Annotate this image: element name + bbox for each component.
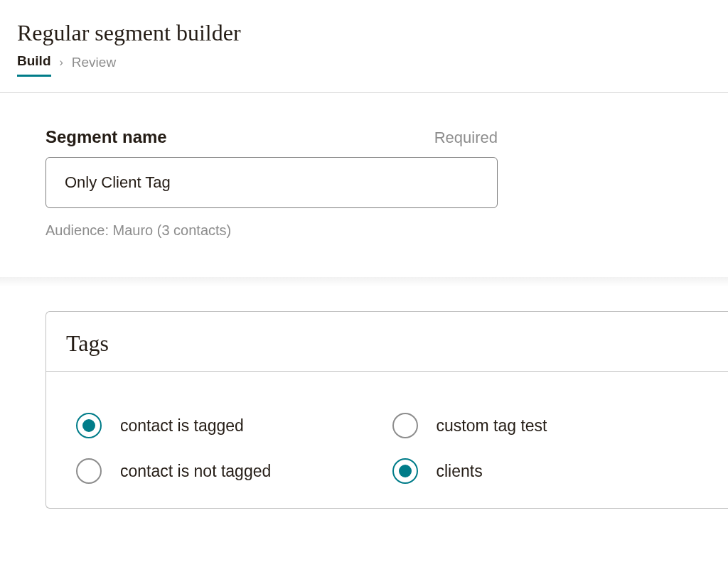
- tags-header: Tags: [46, 312, 728, 372]
- label-row: Segment name Required: [46, 127, 498, 147]
- radio-label: contact is not tagged: [120, 462, 271, 481]
- radio-label: clients: [437, 462, 483, 481]
- radio-label: custom tag test: [437, 416, 547, 436]
- audience-info: Audience: Mauro (3 contacts): [46, 222, 682, 239]
- tags-title: Tags: [66, 330, 708, 357]
- breadcrumb: Build › Review: [17, 53, 711, 77]
- page-title: Regular segment builder: [17, 20, 711, 46]
- segment-name-input[interactable]: [46, 157, 498, 208]
- radio-custom-tag-test[interactable]: custom tag test: [392, 413, 709, 438]
- breadcrumb-build[interactable]: Build: [17, 53, 51, 77]
- radio-icon: [392, 458, 418, 484]
- required-label: Required: [434, 129, 498, 147]
- breadcrumb-review[interactable]: Review: [72, 55, 116, 76]
- segment-name-label: Segment name: [46, 127, 167, 147]
- radio-contact-tagged[interactable]: contact is tagged: [76, 413, 392, 438]
- radio-icon: [76, 413, 102, 438]
- segment-name-section: Segment name Required Audience: Mauro (3…: [0, 93, 728, 266]
- radio-clients[interactable]: clients: [392, 458, 709, 484]
- section-divider: [0, 277, 728, 287]
- radio-icon: [76, 458, 102, 484]
- tags-panel: Tags contact is tagged custom tag test c…: [46, 311, 728, 509]
- radio-label: contact is tagged: [120, 416, 244, 436]
- radio-contact-not-tagged[interactable]: contact is not tagged: [76, 458, 392, 484]
- radio-icon: [392, 413, 418, 438]
- chevron-right-icon: ›: [60, 56, 63, 75]
- page-header: Regular segment builder Build › Review: [0, 0, 728, 77]
- tags-body: contact is tagged custom tag test contac…: [46, 372, 728, 508]
